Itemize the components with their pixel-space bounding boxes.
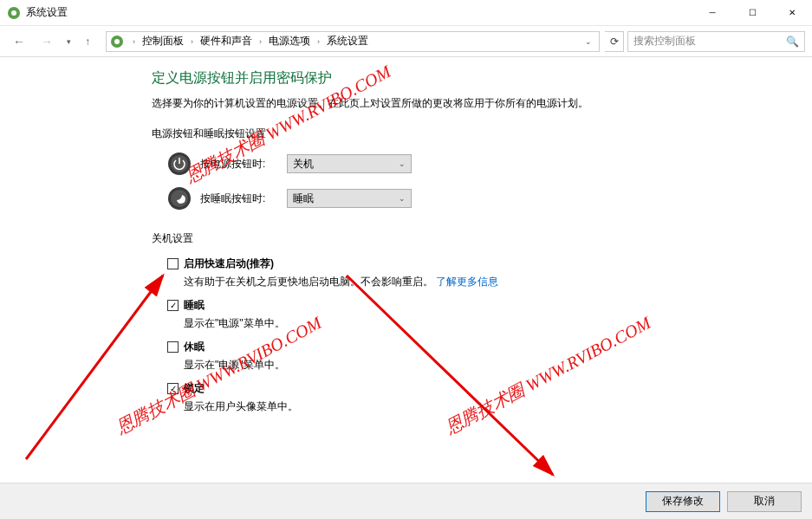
back-button[interactable]: ← [7,29,31,54]
page-title: 定义电源按钮并启用密码保护 [152,69,777,88]
learn-more-link[interactable]: 了解更多信息 [436,276,498,288]
annotation-arrow [17,269,173,468]
fast-startup-checkbox[interactable] [167,258,179,269]
fast-startup-desc: 这有助于在关机之后更快地启动电脑。不会影响重启。 了解更多信息 [184,275,777,289]
breadcrumb-item[interactable]: 电源选项 [267,34,312,49]
chevron-down-icon: ⌄ [399,194,406,203]
sleep-button-row: 按睡眠按钮时: 睡眠 ⌄ [167,186,777,211]
sleep-label: 睡眠 [184,298,205,313]
power-button-section-label: 电源按钮和睡眠按钮设置 [152,127,777,141]
chevron-down-icon: ⌄ [399,159,406,168]
power-button-dropdown[interactable]: 关机 ⌄ [287,154,412,173]
svg-line-8 [26,276,163,459]
page-description: 选择要为你的计算机设置的电源设置。在此页上对设置所做的更改将应用于你所有的电源计… [152,96,777,111]
recent-dropdown[interactable]: ▾ [62,29,75,54]
breadcrumb-item[interactable]: 硬件和声音 [198,34,254,49]
sleep-row: 睡眠 [167,298,777,313]
breadcrumb-item[interactable]: 系统设置 [325,34,370,49]
lock-label: 锁定 [184,381,205,396]
breadcrumb[interactable]: › 控制面板 › 硬件和声音 › 电源选项 › 系统设置 ⌄ [106,31,600,52]
power-button-label: 按电源按钮时: [200,157,278,172]
address-dropdown-icon[interactable]: ⌄ [581,37,595,46]
svg-point-7 [171,190,188,207]
fast-startup-label: 启用快速启动(推荐) [184,256,274,271]
lock-checkbox[interactable] [167,383,179,394]
search-input[interactable]: 搜索控制面板 🔍 [627,31,805,52]
minimize-button[interactable]: ─ [692,0,732,26]
window-controls: ─ ☐ ✕ [692,0,812,26]
up-button[interactable]: ↑ [78,31,97,52]
navbar: ← → ▾ ↑ › 控制面板 › 硬件和声音 › 电源选项 › 系统设置 ⌄ ⟳… [0,26,812,57]
search-icon: 🔍 [786,36,799,48]
lock-desc: 显示在用户头像菜单中。 [184,399,777,414]
save-button[interactable]: 保存修改 [646,491,720,512]
footer: 保存修改 取消 [0,483,812,519]
chevron-right-icon: › [314,37,323,46]
chevron-right-icon: › [256,37,265,46]
app-icon [7,6,21,20]
sleep-button-icon [167,186,192,211]
svg-point-1 [11,10,16,16]
sleep-desc: 显示在"电源"菜单中。 [184,316,777,331]
hibernate-checkbox[interactable] [167,341,179,353]
titlebar: 系统设置 ─ ☐ ✕ [0,0,812,26]
shutdown-section-label: 关机设置 [152,231,777,246]
sleep-button-dropdown[interactable]: 睡眠 ⌄ [287,189,412,208]
sleep-button-label: 按睡眠按钮时: [200,191,278,206]
cancel-button[interactable]: 取消 [727,491,802,512]
chevron-right-icon: › [187,37,197,46]
forward-button[interactable]: → [35,29,59,54]
maximize-button[interactable]: ☐ [732,0,772,26]
search-placeholder: 搜索控制面板 [633,34,696,49]
close-button[interactable]: ✕ [772,0,812,26]
svg-point-3 [114,39,120,44]
power-button-icon [167,152,192,176]
power-options-icon [110,35,124,49]
shutdown-section: 关机设置 启用快速启动(推荐) 这有助于在关机之后更快地启动电脑。不会影响重启。… [152,231,777,414]
content-area: 定义电源按钮并启用密码保护 选择要为你的计算机设置的电源设置。在此页上对设置所做… [152,69,777,423]
window-title: 系统设置 [26,5,692,20]
lock-row: 锁定 [167,381,777,396]
hibernate-row: 休眠 [167,340,777,354]
breadcrumb-item[interactable]: 控制面板 [140,34,185,49]
hibernate-desc: 显示在"电源"菜单中。 [184,358,777,373]
power-button-row: 按电源按钮时: 关机 ⌄ [167,152,777,176]
sleep-checkbox[interactable] [167,300,179,311]
fast-startup-row: 启用快速启动(推荐) [167,256,777,271]
refresh-button[interactable]: ⟳ [605,31,624,52]
chevron-right-icon: › [129,37,139,46]
hibernate-label: 休眠 [184,340,205,354]
